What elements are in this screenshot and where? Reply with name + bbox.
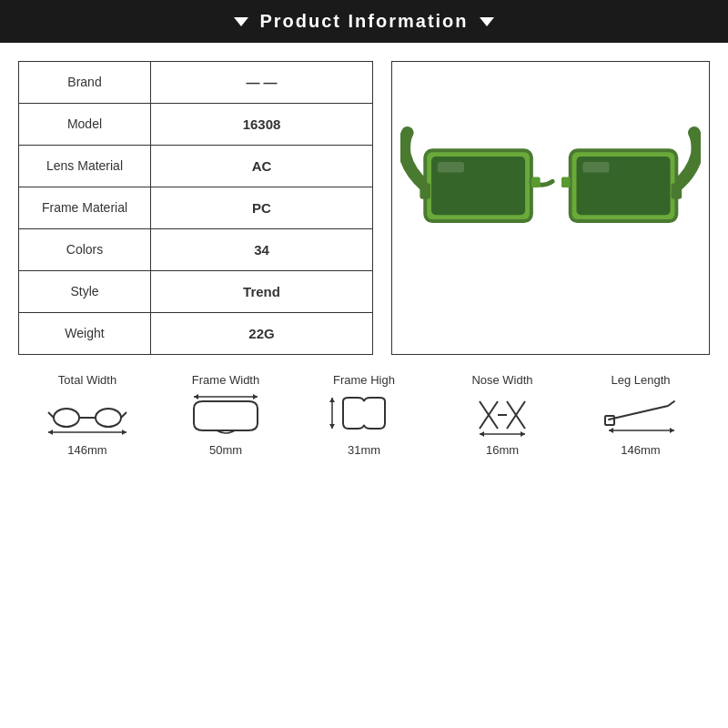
svg-rect-32: [605, 416, 614, 425]
svg-marker-30: [480, 431, 484, 437]
leg-length-label: Leg Length: [611, 373, 670, 387]
row-value: PC: [151, 187, 372, 228]
product-info-table: Brand— —Model16308Lens MaterialACFrame M…: [18, 61, 373, 355]
row-label: Model: [19, 104, 151, 145]
svg-rect-5: [561, 177, 571, 187]
svg-rect-8: [438, 162, 464, 173]
main-content: Brand— —Model16308Lens MaterialACFrame M…: [0, 43, 728, 364]
table-row: Weight22G: [19, 313, 372, 354]
row-label: Weight: [19, 313, 151, 354]
row-label: Lens Material: [19, 146, 151, 187]
total-width-label: Total Width: [58, 373, 116, 387]
svg-line-14: [121, 412, 126, 418]
table-row: Colors34: [19, 229, 372, 271]
row-label: Style: [19, 271, 151, 312]
svg-line-13: [48, 412, 54, 418]
svg-marker-31: [521, 431, 525, 437]
triangle-right-icon: [480, 17, 494, 26]
row-value: AC: [151, 146, 372, 187]
frame-width-label: Frame Width: [192, 373, 259, 387]
table-row: Model16308: [19, 104, 372, 146]
nose-width-label: Nose Width: [471, 373, 532, 387]
total-width-value: 146mm: [67, 443, 106, 457]
nose-width-value: 16mm: [486, 443, 519, 457]
measurement-leg-length: Leg Length 146mm: [600, 373, 682, 457]
svg-rect-4: [531, 177, 541, 187]
svg-marker-35: [670, 428, 674, 433]
table-row: Frame MaterialPC: [19, 187, 372, 229]
svg-marker-16: [48, 430, 53, 435]
row-label: Frame Material: [19, 187, 151, 228]
row-label: Brand: [19, 62, 151, 103]
svg-rect-7: [671, 183, 682, 199]
svg-point-10: [54, 409, 79, 427]
frame-high-label: Frame High: [333, 373, 395, 387]
row-value: 34: [151, 229, 372, 270]
measurement-nose-width: Nose Width 16mm: [461, 373, 543, 457]
header-title: Product Information: [259, 11, 468, 32]
row-value: 16308: [151, 104, 372, 145]
leg-length-icon: [600, 392, 682, 438]
svg-marker-34: [609, 428, 613, 433]
product-image-area: [391, 61, 710, 355]
row-value: 22G: [151, 313, 372, 354]
svg-marker-22: [329, 398, 335, 402]
measurements-section: Total Width 146mm Frame Width: [0, 364, 728, 466]
table-row: Lens MaterialAC: [19, 146, 372, 187]
svg-point-11: [96, 409, 121, 427]
row-value: — —: [151, 62, 372, 103]
triangle-left-icon: [234, 17, 248, 26]
row-label: Colors: [19, 229, 151, 270]
table-row: StyleTrend: [19, 271, 372, 313]
measurement-total-width: Total Width 146mm: [46, 373, 128, 457]
page-header: Product Information: [0, 0, 728, 43]
frame-high-value: 31mm: [348, 443, 380, 457]
nose-width-icon: [461, 392, 543, 438]
frame-width-icon: [185, 392, 267, 438]
product-image-svg: [400, 69, 702, 347]
svg-marker-17: [122, 430, 126, 435]
frame-high-icon: [323, 392, 405, 438]
frame-width-value: 50mm: [209, 443, 242, 457]
svg-rect-9: [582, 162, 609, 173]
measurement-frame-width: Frame Width 50mm: [185, 373, 267, 457]
leg-length-value: 146mm: [621, 443, 660, 457]
svg-marker-20: [253, 394, 258, 399]
table-row: Brand— —: [19, 62, 372, 104]
svg-rect-6: [420, 183, 430, 199]
total-width-icon: [46, 392, 128, 438]
row-value: Trend: [151, 271, 372, 312]
measurement-frame-high: Frame High 31mm: [323, 373, 405, 457]
svg-marker-19: [194, 394, 198, 399]
svg-marker-23: [329, 424, 335, 429]
